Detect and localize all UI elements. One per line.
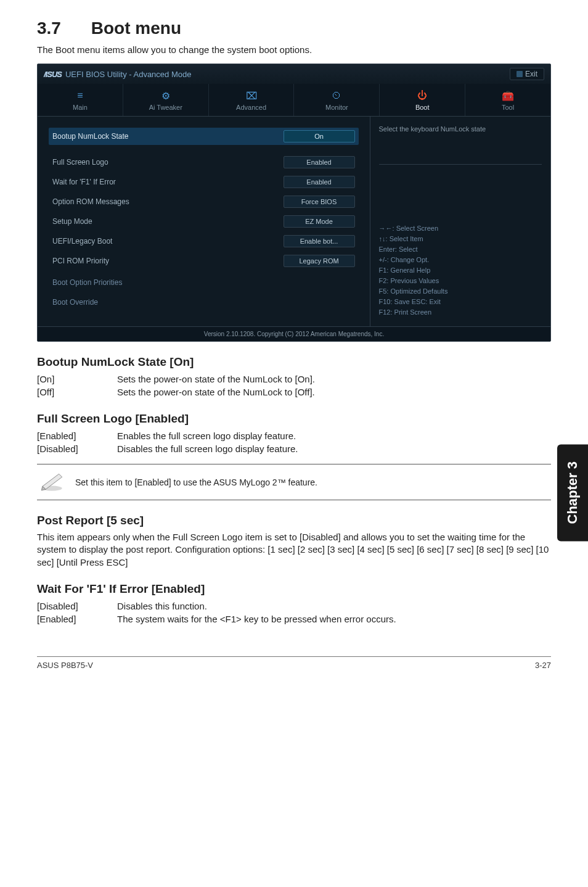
tab-ai-tweaker[interactable]: ⚙Ai Tweaker [123,84,209,116]
tab-label: Boot [382,104,462,111]
waitf1-options: [Disabled] Disables this function. [Enab… [37,600,396,625]
bios-help-panel: Select the keyboard NumLock state →←: Se… [370,117,550,326]
tweaker-icon: ⚙ [159,90,173,101]
table-row: [Enabled] The system waits for the <F1> … [37,613,396,625]
shortcut-line: ↑↓: Select Item [379,234,542,244]
note-text: Set this item to [Enabled] to use the AS… [75,477,317,487]
bios-setting-row[interactable]: Full Screen LogoEnabled [49,154,359,171]
bios-setting-row[interactable]: Option ROM MessagesForce BIOS [49,193,359,210]
bios-section-header[interactable]: Boot Option Priorities [49,276,359,289]
shortcut-line: F2: Previous Values [379,276,542,286]
shortcut-line: →←: Select Screen [379,223,542,234]
tab-label: Advanced [211,104,292,111]
bios-setting-row[interactable]: UEFI/Legacy BootEnable bot... [49,233,359,250]
tab-monitor[interactable]: ⏲Monitor [294,84,380,116]
bios-tabs: ≡Main⚙Ai Tweaker⌧Advanced⏲Monitor⏻Boot🧰T… [38,84,550,117]
tab-main[interactable]: ≡Main [38,84,123,116]
tab-tool[interactable]: 🧰Tool [465,84,550,116]
option-key: [On] [37,373,117,386]
table-row: [On] Sets the power-on state of the NumL… [37,373,315,386]
bios-setting-row[interactable]: Setup ModeEZ Mode [49,213,359,230]
option-desc: Sets the power-on state of the NumLock t… [117,373,315,386]
pencil-icon [39,471,64,493]
option-desc: Disables this function. [117,600,396,613]
tab-label: Main [40,104,120,111]
monitor-icon: ⏲ [330,90,343,101]
option-desc: Disables the full screen logo display fe… [117,442,298,455]
option-key: [Enabled] [37,613,117,625]
shortcut-line: F5: Optimized Defaults [379,286,542,297]
list-icon: ≡ [73,90,87,101]
bios-shortcuts: →←: Select Screen↑↓: Select ItemEnter: S… [379,217,542,318]
setting-value[interactable]: Enabled [284,176,355,188]
bios-footer: Version 2.10.1208. Copyright (C) 2012 Am… [38,326,550,341]
bios-setting-row[interactable]: PCI ROM PriorityLegacy ROM [49,252,359,270]
power-icon: ⏻ [415,90,429,101]
setting-label: PCI ROM Priority [52,257,109,265]
setting-label: Bootup NumLock State [52,132,128,141]
exit-button[interactable]: Exit [510,68,544,80]
table-row: [Disabled] Disables this function. [37,600,396,613]
bios-setting-row[interactable]: Wait for 'F1' If ErrorEnabled [49,173,359,191]
option-key: [Enabled] [37,429,117,442]
setting-value[interactable]: On [284,130,355,142]
setting-value[interactable]: Legacy ROM [284,255,355,267]
option-desc: Sets the power-on state of the NumLock t… [117,386,315,398]
option-desc: Enables the full screen logo display fea… [117,429,298,442]
footer-left: ASUS P8B75-V [37,661,93,670]
table-row: [Enabled] Enables the full screen logo d… [37,429,298,442]
bios-screenshot: /ISUS UEFI BIOS Utility - Advanced Mode … [37,64,551,342]
option-desc: The system waits for the <F1> key to be … [117,613,396,625]
fslogo-options: [Enabled] Enables the full screen logo d… [37,429,298,455]
table-row: [Disabled] Disables the full screen logo… [37,442,298,455]
bios-settings-panel: Bootup NumLock StateOnFull Screen LogoEn… [38,117,370,326]
setting-value[interactable]: Enable bot... [284,235,355,247]
subhead-numlock: Bootup NumLock State [On] [37,355,551,369]
advanced-icon: ⌧ [245,90,258,101]
intro-text: The Boot menu items allow you to change … [37,44,551,55]
bios-section-header[interactable]: Boot Override [49,295,359,309]
option-key: [Off] [37,386,117,398]
section-name: Boot menu [91,19,181,38]
setting-label: Full Screen Logo [52,158,108,167]
tool-icon: 🧰 [501,90,515,101]
setting-label: UEFI/Legacy Boot [52,237,112,245]
numlock-options: [On] Sets the power-on state of the NumL… [37,373,315,398]
bios-title: UEFI BIOS Utility - Advanced Mode [65,70,191,79]
option-key: [Disabled] [37,442,117,455]
bios-setting-row[interactable]: Bootup NumLock StateOn [49,128,359,145]
tab-label: Tool [468,104,548,111]
brand-logo: /ISUS [44,70,62,79]
subhead-postreport: Post Report [5 sec] [37,514,551,527]
footer-right: 3-27 [535,661,551,670]
setting-value[interactable]: Force BIOS [284,196,355,208]
section-number: 3.7 [37,19,86,38]
setting-value[interactable]: EZ Mode [284,215,355,228]
subhead-waitf1: Wait For 'F1' If Error [Enabled] [37,582,551,596]
shortcut-line: Enter: Select [379,244,542,255]
tab-label: Monitor [296,104,377,111]
tab-label: Ai Tweaker [126,104,206,111]
subhead-fslogo: Full Screen Logo [Enabled] [37,412,551,426]
setting-label: Setup Mode [52,217,92,226]
bios-titlebar: /ISUS UEFI BIOS Utility - Advanced Mode … [38,64,550,84]
shortcut-line: +/-: Change Opt. [379,255,542,265]
shortcut-line: F10: Save ESC: Exit [379,297,542,307]
note-block: Set this item to [Enabled] to use the AS… [37,464,551,500]
exit-label: Exit [525,70,537,78]
shortcut-line: F12: Print Screen [379,307,542,318]
chapter-tab: Chapter 3 [557,444,588,541]
setting-label: Wait for 'F1' If Error [52,178,116,186]
postreport-body: This item appears only when the Full Scr… [37,531,551,569]
tab-advanced[interactable]: ⌧Advanced [209,84,295,116]
tab-boot[interactable]: ⏻Boot [380,84,465,116]
option-key: [Disabled] [37,600,117,613]
setting-value[interactable]: Enabled [284,156,355,168]
bios-help-text: Select the keyboard NumLock state [379,125,542,165]
page-title: 3.7 Boot menu [37,19,551,38]
shortcut-line: F1: General Help [379,265,542,276]
table-row: [Off] Sets the power-on state of the Num… [37,386,315,398]
setting-label: Option ROM Messages [52,197,129,206]
page-footer: ASUS P8B75-V 3-27 [37,656,551,670]
